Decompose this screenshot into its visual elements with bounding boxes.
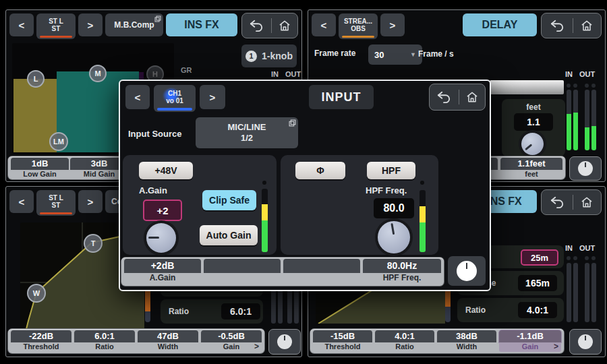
again-knob[interactable] <box>146 223 176 253</box>
nav-group <box>541 13 602 38</box>
next-channel-button[interactable]: > <box>78 190 103 213</box>
ratio-label: Ratio <box>465 305 486 315</box>
param-width[interactable]: 38dB Width <box>437 329 496 353</box>
home-icon[interactable] <box>465 90 479 104</box>
ratio-value[interactable]: 4.0:1 <box>518 302 557 318</box>
one-knob-badge: 1 <box>245 51 257 62</box>
peak-dot <box>420 181 424 185</box>
param-bar: -15dB Threshold 4.0:1 Ratio 38dB Width -… <box>310 329 564 353</box>
peak-dot <box>567 256 571 260</box>
mixer-screen: < ST L ST > M.B.Comp INS FX L M H LM GR … <box>0 0 607 364</box>
one-knob-button[interactable]: 1 1-knob <box>241 44 297 67</box>
divider <box>573 18 573 33</box>
next-channel-button[interactable]: > <box>200 85 225 109</box>
param-ratio[interactable]: 4.0:1 Ratio <box>375 329 434 353</box>
peak-dot <box>573 84 577 88</box>
hpf-button[interactable]: HPF <box>367 162 415 179</box>
nav-group <box>429 84 486 111</box>
knob-pointer <box>375 218 413 256</box>
prev-channel-button[interactable]: < <box>9 190 34 213</box>
home-icon[interactable] <box>580 19 594 32</box>
channel-color-bar <box>40 212 72 214</box>
hpf-freq-value[interactable]: 80.0 <box>374 198 414 218</box>
meter-labels: INOUT <box>565 70 595 78</box>
param-low-gain[interactable]: 1dB Low Gain <box>11 156 69 179</box>
back-icon[interactable] <box>549 195 565 209</box>
param-ratio[interactable]: 6.0:1 Ratio <box>74 329 135 353</box>
home-icon[interactable] <box>580 195 594 209</box>
node-width[interactable]: W <box>27 284 46 303</box>
param-again[interactable]: +2dB A.Gain <box>124 257 201 286</box>
param-gain-selected[interactable]: -1.1dB Gain> <box>499 329 561 353</box>
next-channel-button[interactable]: > <box>78 13 103 36</box>
input-source-label: Input Source <box>128 129 181 139</box>
phase-button[interactable]: Φ <box>295 162 345 179</box>
channel-color-bar <box>342 36 374 38</box>
out-meter <box>585 90 589 150</box>
frame-rate-dropdown[interactable]: 30 ▼ <box>368 44 422 65</box>
out-meter <box>585 263 589 322</box>
param-knob-button[interactable] <box>569 329 602 355</box>
phantom-48v-button[interactable]: +48V <box>139 162 193 179</box>
gr-label: GR <box>181 66 192 74</box>
peak-dot <box>591 84 596 88</box>
peak-dot <box>591 256 596 260</box>
node-low[interactable]: L <box>27 70 45 88</box>
channel-color-bar <box>157 108 192 111</box>
param-threshold[interactable]: -15dB Threshold <box>313 329 372 353</box>
param-knob-button[interactable] <box>448 256 486 286</box>
back-icon[interactable] <box>436 90 452 104</box>
frame-rate-label: Frame rate <box>314 49 355 58</box>
meter-labels: INOUT <box>271 70 301 78</box>
attack-value[interactable]: 25m <box>521 249 558 266</box>
delay-knob[interactable] <box>521 133 544 155</box>
copy-icon <box>154 16 161 22</box>
divider <box>271 18 272 33</box>
back-icon[interactable] <box>248 19 264 32</box>
fx-preset-button[interactable]: M.B.Comp <box>105 13 163 36</box>
knob-icon <box>277 334 292 349</box>
channel-select-button[interactable]: ST L ST <box>36 13 76 39</box>
again-value[interactable]: +2 <box>143 200 182 221</box>
prev-channel-button[interactable]: < <box>312 13 336 36</box>
home-icon[interactable] <box>278 19 291 32</box>
channel-select-button[interactable]: STREA... OBS <box>339 13 378 39</box>
param-hpf-freq[interactable]: 80.0Hz HPF Freq. <box>363 257 441 286</box>
peak-dot <box>585 84 589 88</box>
ratio-label: Ratio <box>169 307 189 316</box>
input-source-button[interactable]: MIC/LINE 1/2 <box>196 117 298 148</box>
node-mid[interactable]: M <box>89 65 107 82</box>
chevron-down-icon: ▼ <box>410 51 416 58</box>
tab-ins-fx[interactable]: INS FX <box>166 13 237 36</box>
frame-rate-unit: Frame / s <box>418 49 454 59</box>
param-delay-feet[interactable]: 1.1feet feet <box>500 156 562 179</box>
channel-select-button[interactable]: CH1 vo 01 <box>154 85 196 112</box>
param-width[interactable]: 47dB Width <box>138 329 198 353</box>
clip-safe-button[interactable]: Clip Safe <box>202 190 256 210</box>
auto-gain-button[interactable]: Auto Gain <box>200 225 258 245</box>
peak-dot <box>567 84 571 88</box>
channel-select-button[interactable]: ST L ST <box>36 190 76 216</box>
param-knob-button[interactable] <box>569 156 602 181</box>
delay-fader[interactable] <box>490 80 564 94</box>
release-value[interactable]: 165m <box>518 275 557 291</box>
knob-icon <box>578 161 593 176</box>
more-arrow-icon: > <box>554 342 558 351</box>
param-gain[interactable]: -0.5dB Gain> <box>201 329 262 353</box>
param-threshold[interactable]: -22dB Threshold <box>11 329 71 353</box>
param-empty[interactable] <box>283 257 360 286</box>
meter-labels: INOUT <box>565 244 595 252</box>
node-lowmid[interactable]: LM <box>49 132 68 151</box>
next-channel-button[interactable]: > <box>380 13 405 36</box>
back-icon[interactable] <box>549 19 565 32</box>
prev-channel-button[interactable]: < <box>9 13 34 36</box>
hpf-freq-knob[interactable] <box>378 221 410 253</box>
param-empty[interactable] <box>204 257 281 286</box>
ratio-value[interactable]: 6.0:1 <box>221 303 260 320</box>
prev-channel-button[interactable]: < <box>125 85 150 109</box>
in-meter <box>567 90 571 150</box>
tab-delay[interactable]: DELAY <box>463 13 537 36</box>
param-knob-button[interactable] <box>268 329 301 355</box>
divider <box>573 195 573 210</box>
node-threshold[interactable]: T <box>84 234 103 253</box>
